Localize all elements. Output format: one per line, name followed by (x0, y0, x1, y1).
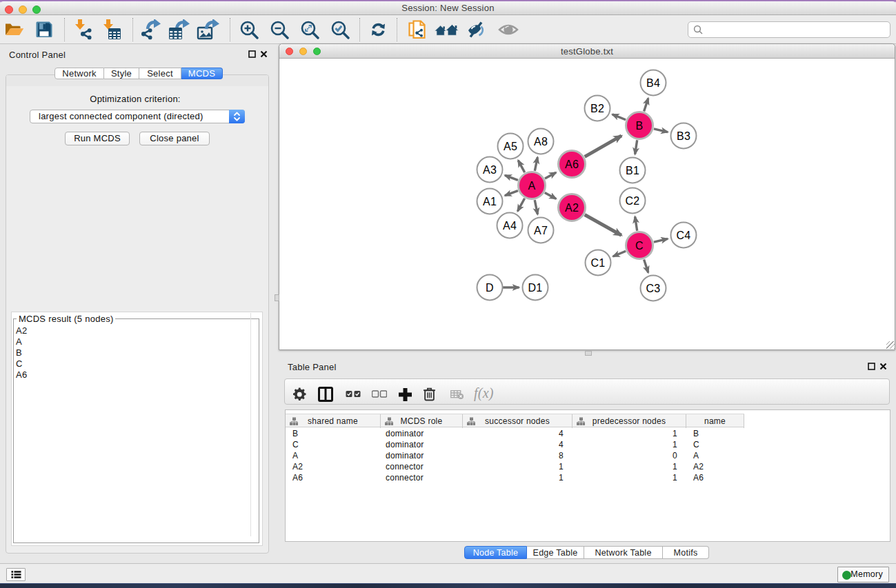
svg-text:B3: B3 (677, 130, 690, 142)
svg-text:C2: C2 (626, 195, 640, 207)
svg-text:B4: B4 (646, 77, 660, 89)
svg-text:C3: C3 (646, 283, 661, 294)
svg-text:A2: A2 (565, 202, 579, 214)
svg-text:A3: A3 (483, 164, 497, 176)
svg-text:A1: A1 (483, 196, 497, 207)
svg-text:B2: B2 (590, 103, 604, 114)
svg-text:D: D (486, 282, 494, 294)
svg-text:A: A (528, 180, 536, 192)
svg-text:B1: B1 (626, 165, 639, 176)
svg-text:A5: A5 (504, 141, 517, 152)
svg-text:C: C (635, 240, 644, 252)
svg-text:A4: A4 (503, 220, 517, 232)
svg-text:D1: D1 (528, 282, 543, 294)
svg-text:A8: A8 (534, 136, 548, 148)
svg-text:A7: A7 (534, 225, 548, 236)
svg-text:A6: A6 (565, 159, 579, 170)
svg-text:C4: C4 (677, 230, 691, 241)
svg-text:C1: C1 (591, 257, 606, 269)
svg-text:B: B (636, 120, 644, 132)
